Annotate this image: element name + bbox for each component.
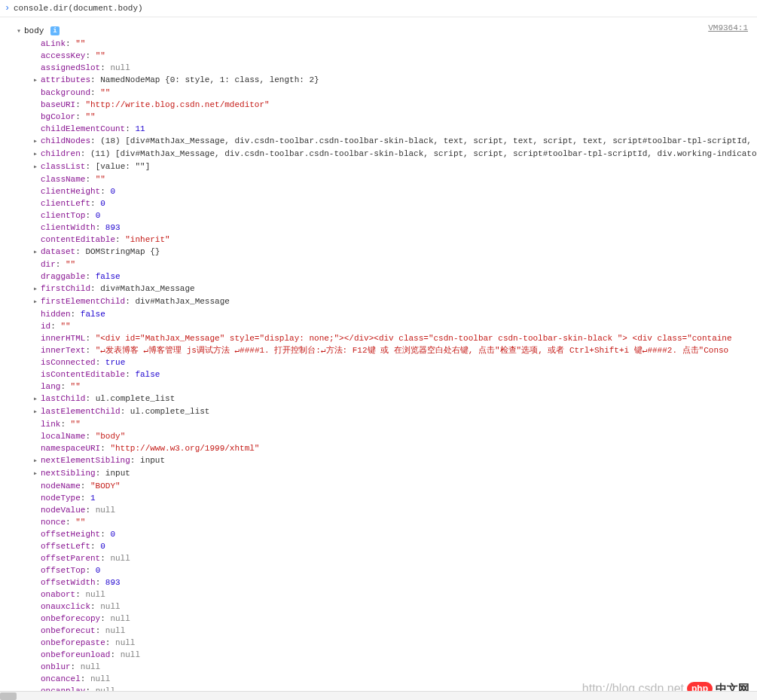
disclosure-triangle-icon[interactable] bbox=[33, 295, 41, 308]
property-value: null bbox=[105, 626, 125, 635]
property-row[interactable]: bgColor: "" bbox=[0, 111, 757, 123]
property-value: null bbox=[110, 554, 130, 563]
property-key: firstChild bbox=[41, 284, 90, 293]
object-root-row[interactable]: body i bbox=[0, 25, 757, 38]
property-row[interactable]: oncancel: null bbox=[0, 673, 757, 685]
disclosure-triangle-icon[interactable] bbox=[33, 160, 41, 173]
property-row[interactable]: clientWidth: 893 bbox=[0, 222, 757, 234]
property-value: 11 bbox=[135, 124, 145, 133]
property-row[interactable]: nonce: "" bbox=[0, 516, 757, 528]
property-row[interactable]: innerText: "↵发表博客 ↵博客管理 js调试方法 ↵####1. 打… bbox=[0, 344, 757, 356]
property-row[interactable]: offsetLeft: 0 bbox=[0, 540, 757, 552]
property-value: false bbox=[135, 370, 160, 379]
property-row[interactable]: contentEditable: "inherit" bbox=[0, 234, 757, 246]
property-row[interactable]: childNodes: (18) [div#MathJax_Message, d… bbox=[0, 135, 757, 148]
property-value: input bbox=[140, 456, 165, 465]
property-row[interactable]: baseURI: "http://write.blog.csdn.net/mde… bbox=[0, 99, 757, 111]
property-row[interactable]: firstElementChild: div#MathJax_Message bbox=[0, 295, 757, 308]
disclosure-triangle-icon[interactable] bbox=[33, 74, 41, 87]
property-row[interactable]: offsetParent: null bbox=[0, 552, 757, 564]
disclosure-triangle-icon[interactable] bbox=[33, 393, 41, 405]
property-row[interactable]: children: (11) [div#MathJax_Message, div… bbox=[0, 148, 757, 160]
property-key: className bbox=[41, 175, 85, 184]
console-input-row[interactable]: console.dir(document.body) bbox=[0, 0, 757, 17]
property-row[interactable]: innerHTML: "<div id="MathJax_Message" st… bbox=[0, 332, 757, 344]
property-key: draggable bbox=[41, 272, 85, 281]
property-row[interactable]: offsetTop: 0 bbox=[0, 564, 757, 576]
property-key: onauxclick bbox=[41, 602, 90, 611]
property-row[interactable]: nodeName: "BODY" bbox=[0, 480, 757, 492]
property-row[interactable]: accessKey: "" bbox=[0, 50, 757, 62]
disclosure-triangle-icon[interactable] bbox=[33, 467, 41, 480]
property-row[interactable]: onauxclick: null bbox=[0, 601, 757, 613]
property-row[interactable]: childElementCount: 11 bbox=[0, 123, 757, 135]
property-key: isContentEditable bbox=[41, 370, 125, 379]
property-key: dataset bbox=[41, 247, 75, 256]
property-row[interactable]: lastChild: ul.complete_list bbox=[0, 393, 757, 405]
property-row[interactable]: onblur: null bbox=[0, 661, 757, 673]
property-key: attributes bbox=[41, 75, 90, 84]
source-link[interactable]: VM9364:1 bbox=[708, 22, 757, 34]
property-value: "" bbox=[71, 420, 81, 429]
property-row[interactable]: aLink: "" bbox=[0, 38, 757, 50]
property-row[interactable]: className: "" bbox=[0, 173, 757, 185]
disclosure-triangle-icon[interactable] bbox=[17, 25, 24, 38]
property-row[interactable]: isContentEditable: false bbox=[0, 368, 757, 381]
property-row[interactable]: hidden: false bbox=[0, 308, 757, 320]
property-key: clientLeft bbox=[41, 199, 90, 208]
property-row[interactable]: clientHeight: 0 bbox=[0, 185, 757, 197]
property-key: nextSibling bbox=[41, 469, 96, 478]
horizontal-scrollbar[interactable] bbox=[0, 691, 757, 700]
property-value: input bbox=[105, 469, 130, 478]
property-row[interactable]: onbeforepaste: null bbox=[0, 637, 757, 649]
property-row[interactable]: lang: "" bbox=[0, 381, 757, 393]
property-row[interactable]: link: "" bbox=[0, 418, 757, 430]
console-output: VM9364:1 body i aLink: ""accessKey: ""as… bbox=[0, 17, 757, 700]
property-row[interactable]: id: "" bbox=[0, 320, 757, 332]
property-row[interactable]: firstChild: div#MathJax_Message bbox=[0, 283, 757, 295]
property-value: "" bbox=[71, 382, 81, 391]
property-value: 893 bbox=[105, 578, 121, 587]
property-key: offsetLeft bbox=[41, 542, 90, 551]
property-row[interactable]: isConnected: true bbox=[0, 356, 757, 368]
property-value: null bbox=[121, 650, 140, 659]
property-row[interactable]: offsetWidth: 893 bbox=[0, 576, 757, 588]
property-row[interactable]: localName: "body" bbox=[0, 430, 757, 442]
property-row[interactable]: dir: "" bbox=[0, 258, 757, 271]
property-row[interactable]: onabort: null bbox=[0, 588, 757, 601]
property-row[interactable]: onbeforecopy: null bbox=[0, 613, 757, 625]
property-row[interactable]: background: "" bbox=[0, 87, 757, 99]
property-row[interactable]: nextElementSibling: input bbox=[0, 454, 757, 467]
property-row[interactable]: lastElementChild: ul.complete_list bbox=[0, 405, 757, 418]
property-value: 0 bbox=[96, 566, 101, 575]
property-value: "http://write.blog.csdn.net/mdeditor" bbox=[85, 100, 269, 109]
disclosure-triangle-icon[interactable] bbox=[33, 148, 41, 160]
property-row[interactable]: draggable: false bbox=[0, 271, 757, 283]
property-value: DOMStringMap {} bbox=[85, 247, 160, 256]
property-value: (18) [div#MathJax_Message, div.csdn-tool… bbox=[100, 136, 757, 145]
property-key: assignedSlot bbox=[41, 63, 100, 72]
disclosure-triangle-icon[interactable] bbox=[33, 283, 41, 295]
disclosure-triangle-icon[interactable] bbox=[33, 246, 41, 258]
property-row[interactable]: classList: [value: ""] bbox=[0, 160, 757, 173]
scrollbar-thumb[interactable] bbox=[0, 692, 17, 700]
disclosure-triangle-icon[interactable] bbox=[33, 135, 41, 148]
property-row[interactable]: offsetHeight: 0 bbox=[0, 528, 757, 540]
property-value: null bbox=[110, 63, 130, 72]
disclosure-triangle-icon[interactable] bbox=[33, 454, 41, 467]
property-row[interactable]: nodeType: 1 bbox=[0, 492, 757, 504]
property-row[interactable]: onbeforeunload: null bbox=[0, 649, 757, 661]
property-row[interactable]: onbeforecut: null bbox=[0, 625, 757, 637]
info-icon[interactable]: i bbox=[50, 26, 60, 35]
property-value: null bbox=[115, 638, 135, 647]
property-key: lang bbox=[41, 382, 60, 391]
property-row[interactable]: nextSibling: input bbox=[0, 467, 757, 480]
property-row[interactable]: clientTop: 0 bbox=[0, 209, 757, 222]
property-row[interactable]: namespaceURI: "http://www.w3.org/1999/xh… bbox=[0, 442, 757, 454]
disclosure-triangle-icon[interactable] bbox=[33, 405, 41, 418]
property-row[interactable]: nodeValue: null bbox=[0, 504, 757, 516]
property-row[interactable]: attributes: NamedNodeMap {0: style, 1: c… bbox=[0, 74, 757, 87]
property-row[interactable]: assignedSlot: null bbox=[0, 62, 757, 74]
property-row[interactable]: clientLeft: 0 bbox=[0, 197, 757, 209]
property-row[interactable]: dataset: DOMStringMap {} bbox=[0, 246, 757, 258]
